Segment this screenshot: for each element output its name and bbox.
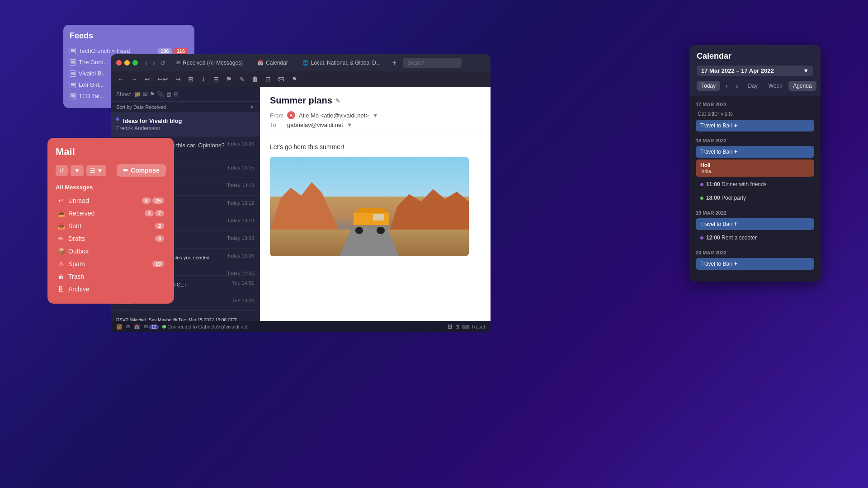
today-button[interactable]: Today — [697, 81, 720, 91]
archive-btn[interactable]: ⤓ — [198, 74, 208, 84]
msg-time-6: Today 13:08 — [227, 235, 254, 241]
cal-day-button[interactable]: Day — [743, 81, 762, 91]
close-button[interactable] — [116, 60, 122, 66]
forward-arrow[interactable]: › — [151, 58, 157, 67]
filter-flag-icon[interactable]: ⚑ — [150, 91, 155, 98]
sort-chevron-icon: ▼ — [250, 105, 254, 110]
back-toolbar-btn[interactable]: ← — [115, 74, 126, 84]
feed-badge2-0: 116 — [174, 48, 188, 54]
forward-btn[interactable]: ↪ — [173, 74, 183, 84]
new-tab-button[interactable]: + — [390, 58, 399, 68]
email-edit-icon[interactable]: ✎ — [335, 97, 340, 104]
cal-next-button[interactable]: › — [733, 80, 741, 91]
tag-btn[interactable]: ✎ — [237, 74, 247, 84]
van-back-wheel — [355, 227, 363, 234]
compose-toolbar-btn[interactable]: 🖂 — [276, 74, 287, 84]
mail-nav-received[interactable]: 📥 Received 1 7 — [56, 207, 166, 220]
env-status-icon: ✉ — [144, 324, 148, 330]
holi-sub: India — [700, 169, 810, 174]
to-chevron-icon[interactable]: ▼ — [347, 122, 353, 128]
event-pool[interactable]: 18:00 Pool party — [696, 192, 814, 204]
img-icon: 🖼 — [448, 324, 453, 329]
email-image — [270, 157, 469, 256]
mail-nav-sent[interactable]: 📤 Sent 2 — [56, 220, 166, 232]
calendar-range-row: 17 Mar 2022 – 17 Apr 2022 ▼ — [697, 66, 813, 76]
cal-week-button[interactable]: Week — [764, 81, 787, 91]
mail-nav-archive[interactable]: 🗄 Archive — [56, 283, 166, 296]
feed-name-0: TechCrunch » Feed — [79, 47, 130, 54]
sky — [270, 157, 469, 197]
calendar-header: Calendar 17 Mar 2022 – 17 Apr 2022 ▼ Tod… — [689, 45, 821, 96]
msg-sender-0: Ideas for Vivaldi blog — [123, 117, 182, 124]
calendar-body: 17 Mar 2022 Cat sitter visits Travel to … — [689, 96, 821, 282]
nav-archive-label: Archive — [68, 286, 90, 293]
event-travel-bali-20[interactable]: Travel to Bali ✈ — [696, 258, 814, 270]
mail-status-icon: ✉ — [126, 324, 130, 330]
status-wifi: 📶 — [116, 324, 123, 330]
event-holi[interactable]: Holi India — [696, 160, 814, 177]
mail-nav-drafts[interactable]: ✏ Drafts 3 — [56, 232, 166, 245]
mail-sort-button[interactable]: ☰ ▼ — [86, 165, 106, 176]
tab-calendar[interactable]: 📅 Calendar — [252, 58, 293, 68]
event-travel-bali-19[interactable]: Travel to Bali ✈ — [696, 218, 814, 230]
win-icon: ⊞ — [455, 324, 459, 330]
event-cat-sitter[interactable]: Cat sitter visits — [696, 110, 814, 118]
delete-toolbar-btn[interactable]: 🗑 — [250, 74, 260, 84]
show-label: Show: — [116, 91, 131, 98]
reset-btn[interactable]: Reset — [472, 324, 485, 330]
dinner-label: 11:00 Dinner with friends — [706, 181, 766, 188]
cal-agenda-button[interactable]: Agenda — [788, 81, 816, 91]
mail-nav-unread[interactable]: ↩ Unread 8 25 — [56, 194, 166, 207]
filter-del-icon[interactable]: 🗑 — [166, 91, 172, 98]
filter-all-icon[interactable]: 📁 — [134, 91, 141, 98]
connection-dot — [162, 325, 166, 328]
search-input[interactable] — [403, 58, 462, 68]
refresh-button[interactable]: ↺ — [56, 165, 68, 176]
filter-unread-icon[interactable]: ✉ — [143, 91, 148, 98]
maximize-button[interactable] — [132, 60, 138, 66]
sort-label: Sort by Date Received — [116, 104, 166, 110]
drafts-icon: ✏ — [57, 235, 65, 242]
filter-btn[interactable]: ⊟ — [211, 74, 221, 84]
event-travel-bali-17[interactable]: Travel to Bali ✈ — [696, 120, 814, 131]
filter-attach-icon[interactable]: 📎 — [157, 91, 164, 98]
message-item-11[interactable]: RSVP (Maybe): Say Maybe @ Tue, Mar 15 20… — [111, 311, 259, 321]
compose-button[interactable]: ✏ Compose — [117, 164, 166, 177]
nav-outbox-label: Outbox — [68, 248, 89, 255]
mail-nav-trash[interactable]: 🗑 Trash — [56, 270, 166, 283]
reload-button[interactable]: ↺ — [158, 58, 167, 67]
reply-btn[interactable]: ↩ — [142, 74, 152, 84]
cal-prev-button[interactable]: ‹ — [723, 80, 731, 91]
mail-filter-button[interactable]: ▼ — [71, 165, 84, 176]
reply-all-btn[interactable]: ↩↩ — [155, 74, 170, 84]
filter-more-icon[interactable]: ⊞ — [174, 91, 179, 98]
flag-btn[interactable]: ⚑ — [224, 74, 234, 84]
compose-label: Compose — [131, 167, 160, 174]
event-travel-bali-18[interactable]: Travel to Bali ✈ — [696, 146, 814, 158]
mail-nav-spam[interactable]: ⚠ Spam 19 — [56, 258, 166, 270]
event-scooter[interactable]: 12:00 Rent a scooter — [696, 232, 814, 244]
archive-icon: 🗄 — [57, 286, 65, 293]
mail-nav-outbox[interactable]: 📦 Outbox — [56, 245, 166, 258]
minimize-button[interactable] — [124, 60, 130, 66]
event-dinner[interactable]: 11:00 Dinner with friends — [696, 178, 814, 190]
msg-time-4: Today 13:12 — [227, 200, 254, 206]
message-item-0[interactable]: Ideas for Vivaldi blog Fredrik Andersson — [111, 113, 259, 136]
news-tab-icon: 🌐 — [302, 60, 309, 66]
sort-bar[interactable]: Sort by Date Received ▼ — [111, 102, 259, 113]
new-msg-btn[interactable]: ⊞ — [186, 74, 196, 84]
calendar-range[interactable]: 17 Mar 2022 – 17 Apr 2022 ▼ — [697, 66, 813, 76]
spam-toolbar-btn[interactable]: ⚑ — [289, 74, 300, 84]
tab-news[interactable]: 🌐 Local, National, & Global D... — [297, 58, 386, 68]
range-text: 17 Mar 2022 – 17 Apr 2022 — [701, 67, 774, 74]
fwd-toolbar-btn[interactable]: → — [129, 74, 140, 84]
from-chevron-icon[interactable]: ▼ — [373, 112, 378, 119]
print-btn[interactable]: ⊡ — [263, 74, 273, 84]
scooter-label: 12:00 Rent a scooter — [706, 235, 757, 241]
day-label-18mar: 18 Mar 2022 — [696, 138, 814, 143]
tab-received[interactable]: ✉ Received (All Messages) — [171, 58, 248, 68]
back-arrow[interactable]: ‹ — [143, 58, 149, 67]
nav-trash-label: Trash — [68, 273, 84, 280]
to-row: To gabrielav@vivaldi.net ▼ — [270, 122, 481, 128]
status-icons-right: 🖼 — [448, 324, 453, 330]
